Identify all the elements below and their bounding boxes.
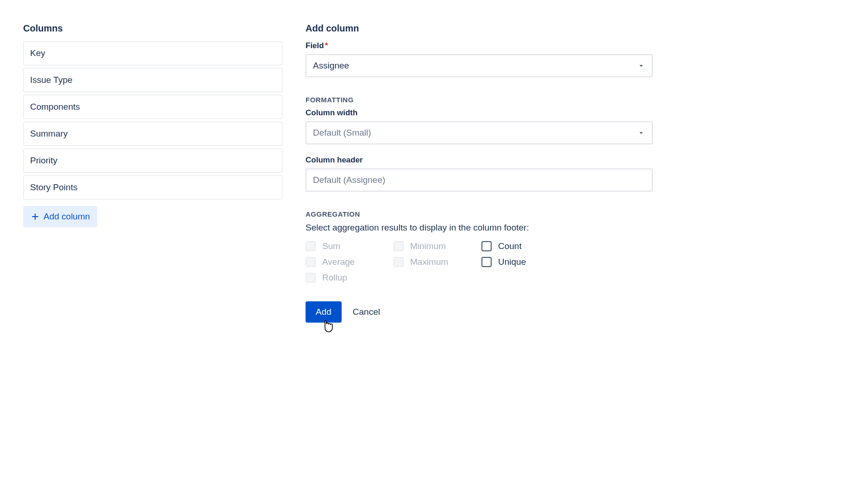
checkbox-icon <box>306 241 316 251</box>
cancel-button[interactable]: Cancel <box>353 307 380 317</box>
checkbox-icon <box>393 241 404 251</box>
chevron-down-icon <box>637 62 645 70</box>
column-item[interactable]: Story Points <box>23 175 282 199</box>
agg-option-count[interactable]: Count <box>481 241 565 251</box>
field-select[interactable]: Assignee <box>306 54 653 77</box>
checkbox-icon <box>393 257 404 267</box>
column-item[interactable]: Key <box>23 41 282 65</box>
column-width-label: Column width <box>306 108 653 118</box>
add-column-button[interactable]: Add column <box>23 206 97 227</box>
agg-option-rollup: Rollup <box>306 273 389 283</box>
column-header-input[interactable] <box>306 168 653 192</box>
add-button[interactable]: Add <box>306 301 342 323</box>
columns-title: Columns <box>23 23 282 34</box>
aggregation-description: Select aggregation results to display in… <box>306 223 653 233</box>
checkbox-icon <box>306 257 316 267</box>
formatting-section-label: FORMATTING <box>306 96 653 104</box>
agg-option-sum: Sum <box>306 241 389 251</box>
agg-option-maximum: Maximum <box>393 257 477 267</box>
column-item[interactable]: Priority <box>23 149 282 173</box>
chevron-down-icon <box>637 129 645 137</box>
aggregation-section-label: AGGREGATION <box>306 210 653 218</box>
agg-option-unique[interactable]: Unique <box>481 257 565 267</box>
checkbox-icon <box>481 241 492 251</box>
agg-option-minimum: Minimum <box>393 241 477 251</box>
add-column-title: Add column <box>306 23 653 34</box>
column-item[interactable]: Issue Type <box>23 68 282 92</box>
action-row: Add Cancel <box>306 301 653 323</box>
agg-option-average: Average <box>306 257 389 267</box>
add-column-label: Add column <box>44 212 90 222</box>
add-column-panel: Add column Field* Assignee FORMATTING Co… <box>306 23 653 323</box>
column-item[interactable]: Summary <box>23 122 282 146</box>
column-width-select[interactable]: Default (Small) <box>306 121 653 144</box>
checkbox-icon <box>481 257 492 267</box>
field-label: Field* <box>306 41 653 50</box>
columns-panel: Columns Key Issue Type Components Summar… <box>23 23 282 323</box>
column-item[interactable]: Components <box>23 95 282 119</box>
field-value: Assignee <box>313 61 349 71</box>
aggregation-options: Sum Minimum Count Average Maximum Unique… <box>306 241 653 283</box>
checkbox-icon <box>306 273 316 283</box>
required-indicator: * <box>325 41 328 50</box>
column-width-value: Default (Small) <box>313 128 371 138</box>
column-header-label: Column header <box>306 156 653 165</box>
plus-icon <box>31 212 40 221</box>
